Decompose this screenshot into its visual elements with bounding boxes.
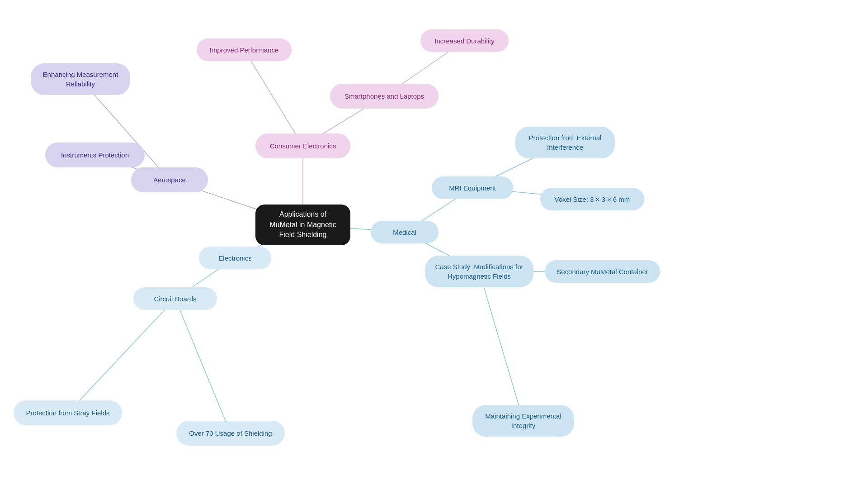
svg-line-11 [175, 299, 231, 433]
svg-line-17 [479, 271, 524, 421]
svg-line-7 [244, 50, 303, 146]
enhancing-measurement-node: Enhancing Measurement Reliability [31, 63, 130, 95]
aerospace-node: Aerospace [131, 167, 208, 192]
medical-node: Medical [371, 221, 439, 243]
over-70-node: Over 70 Usage of Shielding [176, 421, 285, 446]
maintaining-integrity-node: Maintaining Experimental Integrity [472, 405, 574, 437]
protection-external-node: Protection from External Interference [515, 127, 615, 158]
mri-equipment-node: MRI Equipment [432, 176, 513, 199]
circuit-boards-node: Circuit Boards [133, 287, 217, 310]
increased-durability-node: Increased Durability [420, 29, 509, 52]
case-study-node: Case Study: Modifications for Hypomagnet… [425, 256, 533, 287]
secondary-mumetal-node: Secondary MuMetal Container [545, 260, 660, 283]
svg-line-10 [68, 299, 175, 413]
smartphones-laptops-node: Smartphones and Laptops [330, 84, 439, 109]
protection-stray-node: Protection from Stray Fields [14, 400, 122, 425]
consumer-electronics-node: Consumer Electronics [255, 133, 350, 158]
mind-map-connections [0, 0, 868, 490]
voxel-size-node: Voxel Size: 3 × 3 × 6 mm [540, 188, 644, 210]
center-node: Applications of MuMetal in Magnetic Fiel… [255, 205, 350, 245]
electronics-node: Electronics [199, 247, 271, 269]
improved-performance-node: Improved Performance [197, 38, 292, 61]
instruments-protection-node: Instruments Protection [45, 143, 145, 167]
